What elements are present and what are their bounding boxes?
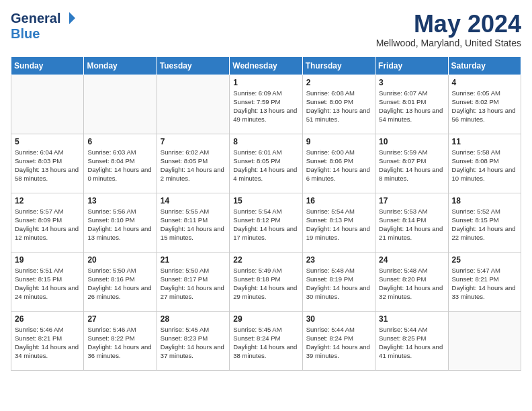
page-header: General Blue May 2024 Mellwood, Maryland… (11, 11, 521, 48)
column-header-friday: Friday (375, 56, 448, 75)
day-number: 22 (233, 255, 298, 265)
calendar-cell: 15Sunrise: 5:54 AMSunset: 8:12 PMDayligh… (230, 193, 302, 252)
day-number: 30 (306, 314, 371, 324)
day-info: Sunrise: 5:50 AMSunset: 8:16 PMDaylight:… (87, 266, 152, 302)
day-info: Sunrise: 5:50 AMSunset: 8:17 PMDaylight:… (161, 266, 226, 302)
day-number: 26 (15, 314, 80, 324)
calendar-cell: 26Sunrise: 5:46 AMSunset: 8:21 PMDayligh… (11, 311, 84, 370)
month-title: May 2024 (376, 11, 521, 38)
column-header-tuesday: Tuesday (157, 56, 229, 75)
calendar-cell (84, 75, 157, 134)
week-row-2: 5Sunrise: 6:04 AMSunset: 8:03 PMDaylight… (11, 134, 521, 193)
column-header-sunday: Sunday (11, 56, 84, 75)
day-number: 29 (233, 314, 298, 324)
calendar-table: SundayMondayTuesdayWednesdayThursdayFrid… (11, 56, 521, 371)
svg-marker-0 (69, 12, 75, 24)
calendar-cell: 31Sunrise: 5:44 AMSunset: 8:25 PMDayligh… (375, 311, 448, 370)
column-header-wednesday: Wednesday (230, 56, 302, 75)
day-info: Sunrise: 5:59 AMSunset: 8:07 PMDaylight:… (379, 148, 444, 183)
calendar-cell (448, 311, 521, 370)
day-number: 15 (233, 196, 298, 205)
day-number: 20 (87, 255, 152, 265)
calendar-cell: 14Sunrise: 5:55 AMSunset: 8:11 PMDayligh… (157, 193, 229, 252)
calendar-cell: 9Sunrise: 6:00 AMSunset: 8:06 PMDaylight… (302, 134, 375, 193)
day-number: 13 (87, 196, 152, 205)
day-number: 8 (233, 137, 298, 146)
day-info: Sunrise: 5:52 AMSunset: 8:15 PMDaylight:… (452, 207, 517, 242)
day-info: Sunrise: 5:45 AMSunset: 8:24 PMDaylight:… (233, 325, 298, 361)
day-info: Sunrise: 5:46 AMSunset: 8:21 PMDaylight:… (15, 325, 80, 361)
day-info: Sunrise: 5:48 AMSunset: 8:19 PMDaylight:… (306, 266, 371, 302)
day-info: Sunrise: 5:54 AMSunset: 8:13 PMDaylight:… (306, 207, 371, 242)
day-info: Sunrise: 5:51 AMSunset: 8:15 PMDaylight:… (15, 266, 80, 302)
logo-flag-icon (62, 11, 77, 26)
day-number: 2 (306, 78, 371, 87)
day-info: Sunrise: 5:58 AMSunset: 8:08 PMDaylight:… (452, 148, 517, 183)
day-number: 31 (379, 314, 444, 324)
location: Mellwood, Maryland, United States (376, 38, 521, 48)
calendar-cell: 2Sunrise: 6:08 AMSunset: 8:00 PMDaylight… (302, 75, 375, 134)
day-number: 14 (161, 196, 226, 205)
column-header-thursday: Thursday (302, 56, 375, 75)
calendar-cell: 22Sunrise: 5:49 AMSunset: 8:18 PMDayligh… (230, 252, 302, 311)
calendar-cell: 3Sunrise: 6:07 AMSunset: 8:01 PMDaylight… (375, 75, 448, 134)
week-row-3: 12Sunrise: 5:57 AMSunset: 8:09 PMDayligh… (11, 193, 521, 252)
day-number: 12 (15, 196, 80, 205)
logo-blue: Blue (11, 26, 40, 42)
day-info: Sunrise: 5:44 AMSunset: 8:24 PMDaylight:… (306, 325, 371, 361)
day-info: Sunrise: 5:55 AMSunset: 8:11 PMDaylight:… (161, 207, 226, 242)
day-number: 3 (379, 78, 444, 87)
calendar-cell: 4Sunrise: 6:05 AMSunset: 8:02 PMDaylight… (448, 75, 521, 134)
calendar-cell: 10Sunrise: 5:59 AMSunset: 8:07 PMDayligh… (375, 134, 448, 193)
day-info: Sunrise: 6:04 AMSunset: 8:03 PMDaylight:… (15, 148, 80, 183)
day-number: 4 (452, 78, 517, 87)
calendar-cell: 17Sunrise: 5:53 AMSunset: 8:14 PMDayligh… (375, 193, 448, 252)
calendar-cell: 20Sunrise: 5:50 AMSunset: 8:16 PMDayligh… (84, 252, 157, 311)
day-info: Sunrise: 6:01 AMSunset: 8:05 PMDaylight:… (233, 148, 298, 183)
day-info: Sunrise: 5:49 AMSunset: 8:18 PMDaylight:… (233, 266, 298, 302)
day-info: Sunrise: 5:48 AMSunset: 8:20 PMDaylight:… (379, 266, 444, 302)
day-number: 11 (452, 137, 517, 146)
day-info: Sunrise: 5:56 AMSunset: 8:10 PMDaylight:… (87, 207, 152, 242)
calendar-cell: 21Sunrise: 5:50 AMSunset: 8:17 PMDayligh… (157, 252, 229, 311)
day-number: 17 (379, 196, 444, 205)
day-number: 16 (306, 196, 371, 205)
day-number: 9 (306, 137, 371, 146)
calendar-cell: 11Sunrise: 5:58 AMSunset: 8:08 PMDayligh… (448, 134, 521, 193)
day-info: Sunrise: 6:00 AMSunset: 8:06 PMDaylight:… (306, 148, 371, 183)
day-number: 21 (161, 255, 226, 265)
header-row: SundayMondayTuesdayWednesdayThursdayFrid… (11, 56, 521, 75)
day-number: 1 (233, 78, 298, 87)
calendar-cell: 30Sunrise: 5:44 AMSunset: 8:24 PMDayligh… (302, 311, 375, 370)
calendar-cell: 8Sunrise: 6:01 AMSunset: 8:05 PMDaylight… (230, 134, 302, 193)
day-number: 24 (379, 255, 444, 265)
calendar-cell: 28Sunrise: 5:45 AMSunset: 8:23 PMDayligh… (157, 311, 229, 370)
day-info: Sunrise: 5:47 AMSunset: 8:21 PMDaylight:… (452, 266, 517, 302)
day-info: Sunrise: 6:02 AMSunset: 8:05 PMDaylight:… (161, 148, 226, 183)
calendar-cell: 6Sunrise: 6:03 AMSunset: 8:04 PMDaylight… (84, 134, 157, 193)
day-info: Sunrise: 5:54 AMSunset: 8:12 PMDaylight:… (233, 207, 298, 242)
week-row-1: 1Sunrise: 6:09 AMSunset: 7:59 PMDaylight… (11, 75, 521, 134)
logo-general: General (11, 11, 60, 26)
calendar-cell: 5Sunrise: 6:04 AMSunset: 8:03 PMDaylight… (11, 134, 84, 193)
day-info: Sunrise: 6:05 AMSunset: 8:02 PMDaylight:… (452, 89, 517, 124)
logo: General Blue (11, 11, 77, 42)
day-number: 19 (15, 255, 80, 265)
calendar-cell: 23Sunrise: 5:48 AMSunset: 8:19 PMDayligh… (302, 252, 375, 311)
day-number: 25 (452, 255, 517, 265)
calendar-cell: 25Sunrise: 5:47 AMSunset: 8:21 PMDayligh… (448, 252, 521, 311)
column-header-monday: Monday (84, 56, 157, 75)
day-info: Sunrise: 6:03 AMSunset: 8:04 PMDaylight:… (87, 148, 152, 183)
day-info: Sunrise: 5:46 AMSunset: 8:22 PMDaylight:… (87, 325, 152, 361)
day-number: 28 (161, 314, 226, 324)
day-number: 7 (161, 137, 226, 146)
day-number: 27 (87, 314, 152, 324)
day-number: 10 (379, 137, 444, 146)
calendar-cell: 24Sunrise: 5:48 AMSunset: 8:20 PMDayligh… (375, 252, 448, 311)
calendar-cell: 7Sunrise: 6:02 AMSunset: 8:05 PMDaylight… (157, 134, 229, 193)
calendar-cell (157, 75, 229, 134)
day-info: Sunrise: 5:45 AMSunset: 8:23 PMDaylight:… (161, 325, 226, 361)
calendar-cell: 16Sunrise: 5:54 AMSunset: 8:13 PMDayligh… (302, 193, 375, 252)
day-info: Sunrise: 6:09 AMSunset: 7:59 PMDaylight:… (233, 89, 298, 124)
calendar-cell: 18Sunrise: 5:52 AMSunset: 8:15 PMDayligh… (448, 193, 521, 252)
